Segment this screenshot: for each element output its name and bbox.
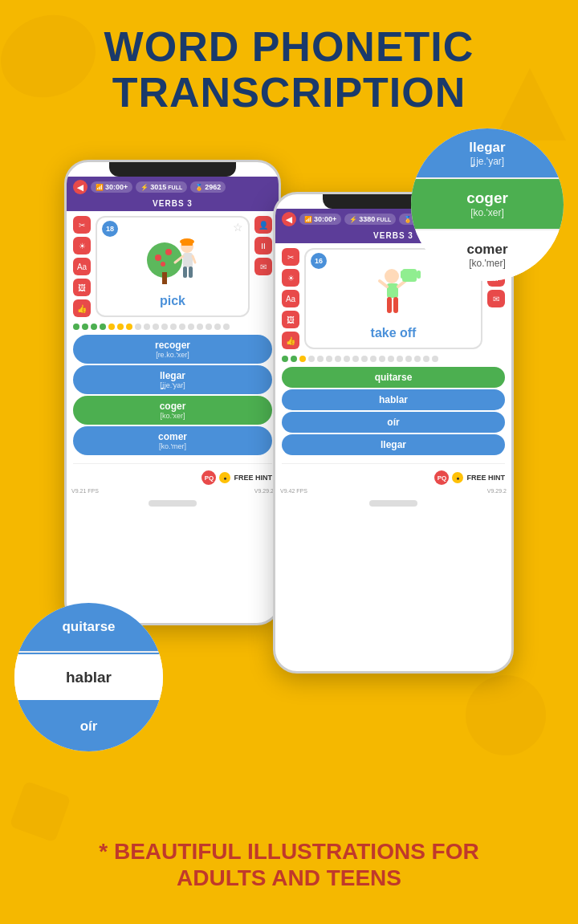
hint-logo-left: PQ [201,470,216,485]
status-bar-left: ◀ 📶 30:00+ ⚡ 3015 FULL 🏅 2962 [67,177,279,197]
callout-word-hablar: hablar [66,669,112,686]
icon-font[interactable]: Aa [73,258,91,275]
svg-rect-25 [393,297,398,313]
icon-font-r[interactable]: Aa [282,290,299,307]
icon-mail-r[interactable]: ✉ [487,290,505,307]
back-button-left[interactable]: ◀ [73,180,88,194]
side-icons-right: ✂ ☀ Aa 🖼 👍 [282,248,299,349]
flash-card-area-left: ✂ ☀ Aa 🖼 👍 18 ☆ [67,211,279,322]
header-section: WORD PHONETIC TRANSCRIPTION [0,0,578,128]
svg-rect-11 [181,242,193,246]
card-number-left: 18 [102,221,118,237]
hint-text-left[interactable]: FREE HINT [234,474,272,482]
svg-rect-23 [417,271,421,279]
icon-person[interactable]: 👤 [254,216,272,234]
icon-scissors[interactable]: ✂ [73,216,91,234]
svg-rect-24 [387,297,392,313]
status-wifi-left: 📶 30:00+ [91,181,132,193]
icon-scissors-r[interactable]: ✂ [282,248,299,266]
callout-phonetic-coger: [ko.'xer] [470,207,504,218]
status-coins-left: 🏅 2962 [190,181,226,193]
card-image-right [361,263,425,323]
status-score-left: ⚡ 3015 FULL [136,181,187,193]
svg-point-2 [466,675,546,755]
phone-left: ◀ 📶 30:00+ ⚡ 3015 FULL 🏅 2962 VERBS 3 ✂ … [64,160,281,625]
svg-rect-5 [162,272,167,284]
footer-line2: ADULTS AND TEENS [24,865,554,892]
header-title: WORD PHONETIC TRANSCRIPTION [16,24,562,116]
phone-notch-left [109,162,236,177]
hint-logo-right: PQ [434,470,449,485]
hint-bar-right: PQ ● FREE HINT [275,467,511,488]
svg-point-8 [161,262,165,267]
icon-thumb[interactable]: 👍 [73,299,91,317]
callout-phonetic-comer: [ko.'mer] [469,258,506,269]
answer-btn-2-right[interactable]: hablar [282,389,505,410]
status-label-left: VERBS 3 [67,197,279,211]
card-word-right: take off [371,326,417,340]
callout-circle-left: quitarse hablar oír [14,603,163,751]
flash-card-left: 18 ☆ [96,216,250,317]
svg-rect-12 [183,253,193,267]
answer-btn-4-left[interactable]: comer [ko.'mer] [73,426,272,455]
svg-point-7 [165,249,172,255]
icon-mail[interactable]: ✉ [254,258,272,275]
icon-sun[interactable]: ☀ [73,237,91,254]
footer-line1: * BEAUTIFUL ILLUSTRATIONS FOR [24,838,554,865]
callout-word-comer: comer [466,242,507,258]
card-number-right: 16 [311,253,327,269]
answer-btn-2-left[interactable]: llegar [ʝje.'yar] [73,365,272,394]
side-icons-left: ✂ ☀ Aa 🖼 👍 [73,216,91,317]
callout-word-coger: coger [466,189,508,207]
hint-coin-right: ● [452,472,463,483]
answer-btn-1-left[interactable]: recoger [re.ko.'xer] [73,335,272,364]
icon-image[interactable]: 🖼 [73,279,91,296]
back-button-right[interactable]: ◀ [282,212,296,226]
callout-word-oir: oír [80,718,98,735]
svg-rect-22 [401,271,405,279]
svg-line-19 [380,281,387,287]
svg-rect-16 [189,267,193,278]
callout-word-llegar: llegar [469,140,505,156]
progress-dots-right [275,354,511,365]
svg-rect-15 [183,267,187,278]
answer-btn-3-right[interactable]: oír [282,412,505,433]
callout-phonetic-llegar: [ʝje.'yar] [470,156,504,167]
callout-word-quitarse: quitarse [62,619,115,635]
icon-image-r[interactable]: 🖼 [282,311,299,328]
svg-rect-18 [387,283,398,298]
svg-line-14 [193,256,195,263]
right-icons-left: 👤 ⏸ ✉ [254,216,272,317]
hint-text-right[interactable]: FREE HINT [466,474,505,482]
answer-btn-1-right[interactable]: quitarse [282,367,505,388]
home-btn-left[interactable] [149,500,197,507]
hint-coin-left: ● [219,472,230,483]
answer-btn-3-left[interactable]: coger [ko.'xer] [73,396,272,425]
hint-bar-left: PQ ● FREE HINT [67,467,279,488]
fps-left: V9.21 FPS V9.29.2 [67,488,279,495]
status-score-right: ⚡ 3380 FULL [344,214,396,225]
icon-sun-r[interactable]: ☀ [282,269,299,287]
progress-dots-left [67,322,279,333]
fps-right: V9.42 FPS V9.29.2 [275,488,511,495]
icon-thumb-r[interactable]: 👍 [282,332,299,349]
status-wifi-right: 📶 30:00+ [299,214,341,225]
icon-pause[interactable]: ⏸ [254,237,272,254]
card-star-left[interactable]: ☆ [233,221,243,234]
card-word-left: pick [160,294,185,308]
svg-point-6 [155,254,161,261]
svg-point-17 [385,269,399,283]
home-btn-right[interactable] [369,500,417,507]
answer-btn-4-right[interactable]: llegar [282,434,505,455]
svg-line-20 [398,281,405,287]
footer-section: * BEAUTIFUL ILLUSTRATIONS FOR ADULTS AND… [0,822,578,916]
callout-circle-right: llegar [ʝje.'yar] coger [ko.'xer] comer … [411,128,564,281]
card-image-left [140,230,205,291]
